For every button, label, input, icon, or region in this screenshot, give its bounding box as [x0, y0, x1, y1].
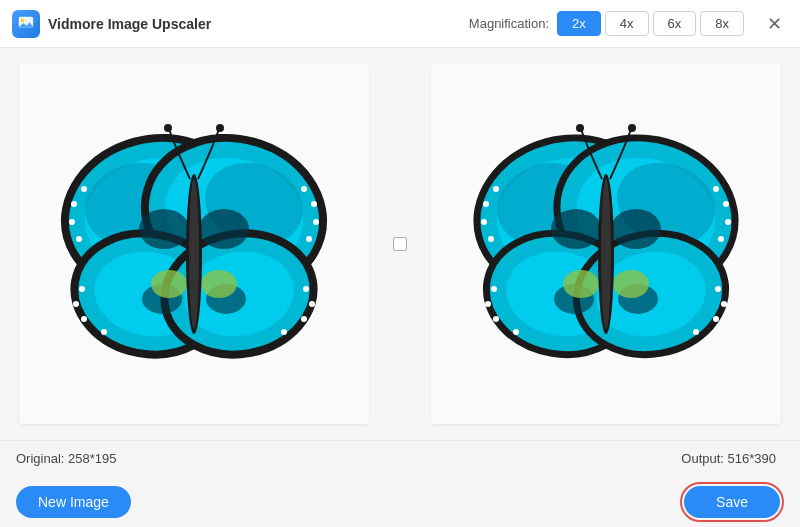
- svg-point-43: [164, 124, 172, 132]
- svg-point-60: [725, 219, 731, 225]
- app-icon: [12, 10, 40, 38]
- svg-point-67: [485, 301, 491, 307]
- svg-point-7: [81, 186, 87, 192]
- svg-point-25: [73, 301, 79, 307]
- butterfly-svg-output: [466, 114, 746, 374]
- svg-point-16: [301, 186, 307, 192]
- svg-point-32: [309, 301, 315, 307]
- svg-point-9: [69, 219, 75, 225]
- info-bar: Original: 258*195 Output: 516*390: [0, 440, 800, 476]
- save-button[interactable]: Save: [684, 486, 780, 518]
- footer-bar: New Image Save: [0, 476, 800, 527]
- svg-point-52: [488, 236, 494, 242]
- svg-point-18: [313, 219, 319, 225]
- output-info: Output: 516*390: [681, 451, 776, 466]
- svg-point-84: [601, 179, 611, 329]
- svg-point-17: [311, 201, 317, 207]
- mag-2x-button[interactable]: 2x: [557, 11, 601, 36]
- svg-point-24: [79, 286, 85, 292]
- svg-point-68: [493, 316, 499, 322]
- divider-area: [385, 237, 415, 251]
- close-button[interactable]: ✕: [760, 10, 788, 38]
- original-butterfly: [19, 64, 369, 424]
- butterfly-svg-original: [54, 114, 334, 374]
- svg-point-27: [101, 329, 107, 335]
- mag-8x-button[interactable]: 8x: [700, 11, 744, 36]
- svg-point-75: [713, 316, 719, 322]
- magnification-label: Magnification:: [469, 16, 549, 31]
- svg-point-50: [483, 201, 489, 207]
- output-image-panel: [431, 64, 781, 424]
- mag-6x-button[interactable]: 6x: [653, 11, 697, 36]
- svg-point-73: [715, 286, 721, 292]
- svg-point-76: [693, 329, 699, 335]
- svg-point-34: [281, 329, 287, 335]
- save-button-wrapper: Save: [680, 482, 784, 522]
- svg-point-74: [721, 301, 727, 307]
- svg-point-40: [201, 270, 237, 298]
- svg-point-2: [21, 18, 25, 22]
- svg-point-44: [216, 124, 224, 132]
- svg-point-66: [491, 286, 497, 292]
- svg-point-85: [576, 124, 584, 132]
- svg-point-86: [628, 124, 636, 132]
- original-image-panel: [19, 64, 369, 424]
- svg-point-69: [513, 329, 519, 335]
- svg-point-10: [76, 236, 82, 242]
- svg-point-81: [563, 270, 599, 298]
- svg-point-78: [611, 209, 661, 249]
- svg-point-8: [71, 201, 77, 207]
- svg-point-36: [199, 209, 249, 249]
- svg-point-31: [303, 286, 309, 292]
- svg-point-82: [613, 270, 649, 298]
- svg-point-33: [301, 316, 307, 322]
- svg-point-42: [189, 179, 199, 329]
- main-content: Original: 258*195 Output: 516*390 New Im…: [0, 48, 800, 527]
- svg-point-26: [81, 316, 87, 322]
- svg-point-59: [723, 201, 729, 207]
- svg-point-49: [493, 186, 499, 192]
- svg-point-35: [139, 209, 189, 249]
- svg-point-39: [151, 270, 187, 298]
- output-butterfly: [431, 64, 781, 424]
- title-bar: Vidmore Image Upscaler Magnification: 2x…: [0, 0, 800, 48]
- compare-checkbox[interactable]: [393, 237, 407, 251]
- svg-point-77: [551, 209, 601, 249]
- svg-point-19: [306, 236, 312, 242]
- mag-4x-button[interactable]: 4x: [605, 11, 649, 36]
- app-title: Vidmore Image Upscaler: [48, 16, 211, 32]
- images-area: [0, 48, 800, 440]
- magnification-section: Magnification: 2x 4x 6x 8x: [469, 11, 744, 36]
- svg-point-51: [481, 219, 487, 225]
- svg-point-61: [718, 236, 724, 242]
- magnification-buttons: 2x 4x 6x 8x: [557, 11, 744, 36]
- original-info: Original: 258*195: [16, 451, 116, 466]
- svg-point-58: [713, 186, 719, 192]
- new-image-button[interactable]: New Image: [16, 486, 131, 518]
